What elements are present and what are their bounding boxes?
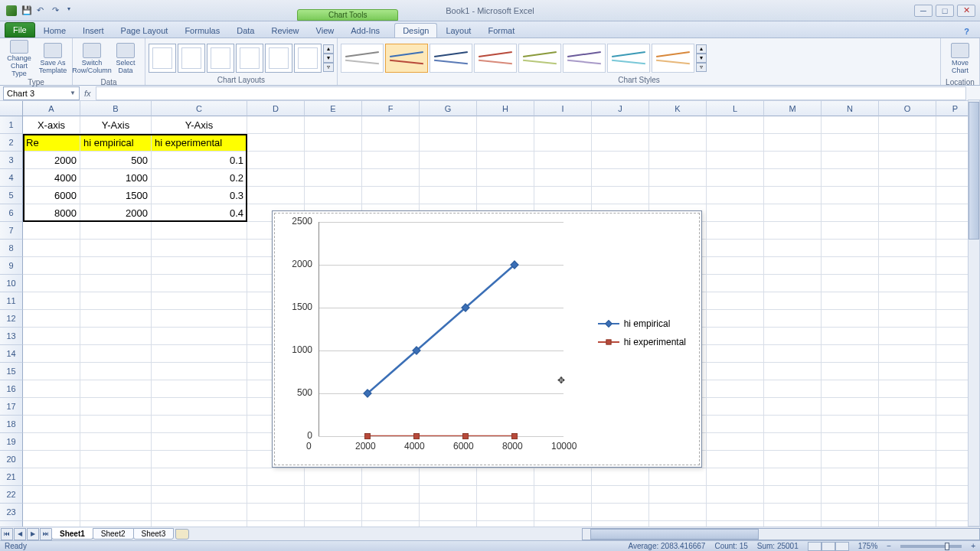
cell-A23[interactable] [23,504,80,521]
cell-O4[interactable] [879,169,936,187]
cell-A9[interactable] [23,257,80,275]
cell-J21[interactable] [592,468,649,486]
select-data-button[interactable]: Select Data [109,40,142,78]
cell-M16[interactable] [764,380,822,398]
cell-G5[interactable] [420,187,477,204]
cell-L20[interactable] [707,451,764,468]
new-sheet-button[interactable] [175,529,189,540]
marker-hi-experimental-3[interactable] [511,433,518,439]
column-header-O[interactable]: O [879,101,936,116]
cell-B22[interactable] [80,486,152,504]
redo-icon[interactable]: ↷ [52,5,63,16]
cell-B9[interactable] [80,257,152,275]
chart-style-2[interactable] [385,44,428,73]
cell-L11[interactable] [707,292,764,310]
cell-H21[interactable] [477,468,534,486]
zoom-level[interactable]: 175% [858,542,878,550]
row-header-9[interactable]: 9 [0,257,23,275]
cell-M8[interactable] [764,240,822,257]
cell-M14[interactable] [764,345,822,363]
chart-legend[interactable]: hi empirical hi experimental [598,318,686,355]
tab-review[interactable]: Review [263,23,307,37]
chart-style-3[interactable] [430,44,472,73]
cell-J22[interactable] [592,486,649,504]
cell-M3[interactable] [764,152,822,169]
cell-K1[interactable] [649,116,707,134]
legend-entry-2[interactable]: hi experimental [598,337,686,347]
cell-B6[interactable]: 2000 [80,204,152,222]
cell-J2[interactable] [592,134,649,152]
cell-H3[interactable] [477,152,534,169]
cell-J1[interactable] [592,116,649,134]
cell-B21[interactable] [80,468,152,486]
cell-H1[interactable] [477,116,534,134]
cell-E1[interactable] [305,116,362,134]
move-chart-button[interactable]: Move Chart [944,40,976,78]
row-header-18[interactable]: 18 [0,416,23,433]
cell-L18[interactable] [707,416,764,433]
name-box-dropdown-icon[interactable]: ▼ [70,90,76,96]
cell-A12[interactable] [23,310,80,328]
cell-N14[interactable] [822,345,879,363]
tab-page-layout[interactable]: Page Layout [113,23,177,37]
maximize-button[interactable]: □ [936,5,954,17]
cell-C1[interactable]: Y-Axis [152,116,247,134]
row-header-22[interactable]: 22 [0,486,23,504]
marker-hi-experimental-0[interactable] [364,433,371,439]
cell-A2[interactable]: Re [23,134,80,152]
cell-E21[interactable] [305,468,362,486]
cell-I22[interactable] [534,486,592,504]
cell-B1[interactable]: Y-Axis [80,116,152,134]
select-all-cell[interactable] [0,101,23,116]
cell-E2[interactable] [305,134,362,152]
row-header-5[interactable]: 5 [0,187,23,204]
cell-N5[interactable] [822,187,879,204]
chart-style-5[interactable] [518,44,561,73]
chart-style-7[interactable] [607,44,650,73]
cell-M5[interactable] [764,187,822,204]
cell-F2[interactable] [362,134,420,152]
cell-O9[interactable] [879,257,936,275]
column-header-A[interactable]: A [23,101,80,116]
cell-M20[interactable] [764,451,822,468]
cell-O6[interactable] [879,204,936,222]
chart-layout-4[interactable] [236,44,263,73]
sheet-tab-1[interactable]: Sheet1 [51,528,93,540]
cell-F21[interactable] [362,468,420,486]
cell-L2[interactable] [707,134,764,152]
cell-F22[interactable] [362,486,420,504]
tab-format[interactable]: Format [479,23,523,37]
vscroll-thumb[interactable] [969,102,979,240]
cell-C2[interactable]: hi experimental [152,134,247,152]
cell-N4[interactable] [822,169,879,187]
cell-E5[interactable] [305,187,362,204]
vertical-scrollbar[interactable] [968,99,980,527]
cell-M22[interactable] [764,486,822,504]
sheet-nav-next[interactable]: ▶ [27,528,39,540]
cell-F4[interactable] [362,169,420,187]
chart-style-1[interactable] [341,44,384,73]
cell-A4[interactable]: 4000 [23,169,80,187]
sheet-nav-last[interactable]: ⏭ [40,528,52,540]
cell-J5[interactable] [592,187,649,204]
cell-C15[interactable] [152,363,247,380]
row-header-17[interactable]: 17 [0,398,23,416]
cell-C4[interactable]: 0.2 [152,169,247,187]
cell-I3[interactable] [534,152,592,169]
cell-J4[interactable] [592,169,649,187]
row-header-10[interactable]: 10 [0,275,23,292]
cell-N23[interactable] [822,504,879,521]
cell-H4[interactable] [477,169,534,187]
row-header-4[interactable]: 4 [0,169,23,187]
cell-B20[interactable] [80,451,152,468]
view-page-break-button[interactable] [835,542,849,551]
cell-B23[interactable] [80,504,152,521]
cell-L6[interactable] [707,204,764,222]
cell-B8[interactable] [80,240,152,257]
cell-I4[interactable] [534,169,592,187]
minimize-button[interactable]: ─ [914,5,933,17]
cell-O20[interactable] [879,451,936,468]
column-header-J[interactable]: J [592,101,649,116]
chart-style-6[interactable] [563,44,606,73]
cell-O5[interactable] [879,187,936,204]
